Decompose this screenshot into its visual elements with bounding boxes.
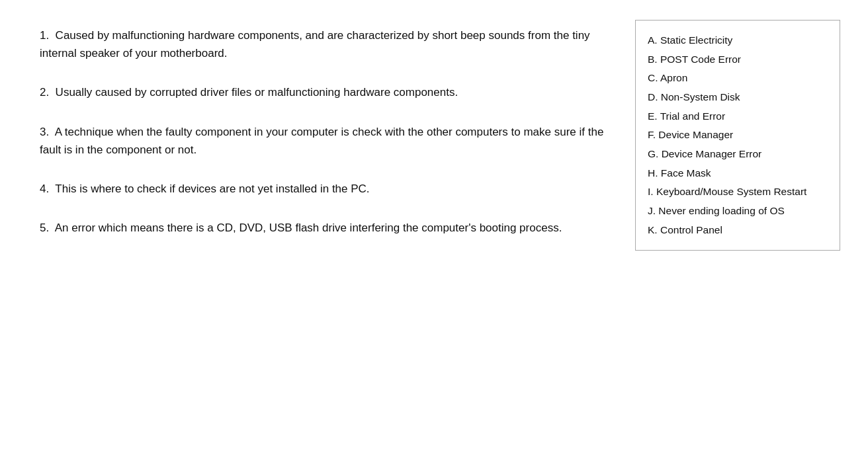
option-item-8: H. Face Mask xyxy=(648,164,828,183)
option-item-1: A. Static Electricity xyxy=(648,31,828,50)
option-item-4: D. Non-System Disk xyxy=(648,88,828,107)
question-text-3: 3. A technique when the faulty component… xyxy=(40,123,609,159)
option-item-3: C. Apron xyxy=(648,69,828,88)
option-item-11: K. Control Panel xyxy=(648,221,828,240)
option-item-2: B. POST Code Error xyxy=(648,50,828,69)
question-item-1: 1. Caused by malfunctioning hardware com… xyxy=(40,26,609,62)
option-item-5: E. Trial and Error xyxy=(648,107,828,126)
option-item-9: I. Keyboard/Mouse System Restart xyxy=(648,183,828,202)
question-text-2: 2. Usually caused by corrupted driver fi… xyxy=(40,83,609,101)
question-item-4: 4. This is where to check if devices are… xyxy=(40,180,609,198)
question-item-2: 2. Usually caused by corrupted driver fi… xyxy=(40,83,609,101)
option-item-10: J. Never ending loading of OS xyxy=(648,202,828,221)
question-text-4: 4. This is where to check if devices are… xyxy=(40,180,609,198)
main-content: 1. Caused by malfunctioning hardware com… xyxy=(0,13,635,271)
question-text-1: 1. Caused by malfunctioning hardware com… xyxy=(40,26,609,62)
option-item-6: F. Device Manager xyxy=(648,126,828,145)
question-item-5: 5. An error which means there is a CD, D… xyxy=(40,219,609,237)
options-panel: A. Static ElectricityB. POST Code ErrorC… xyxy=(635,20,840,251)
question-text-5: 5. An error which means there is a CD, D… xyxy=(40,219,609,237)
question-item-3: 3. A technique when the faulty component… xyxy=(40,123,609,159)
option-item-7: G. Device Manager Error xyxy=(648,145,828,164)
